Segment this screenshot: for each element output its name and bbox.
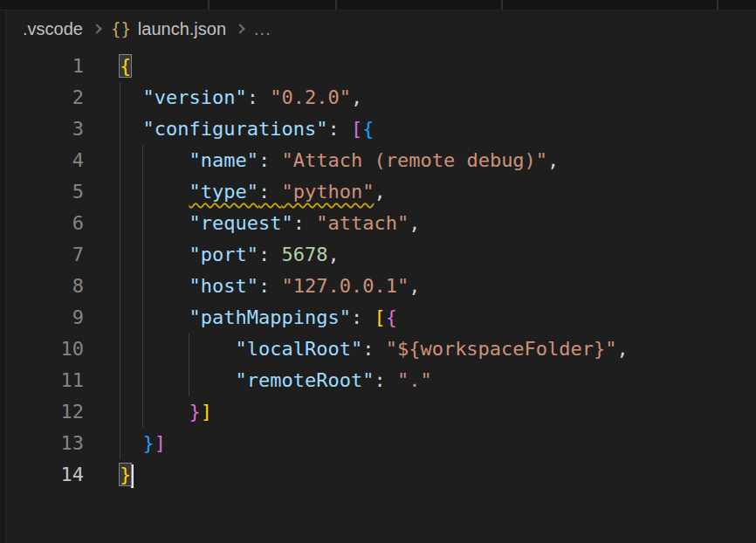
editor[interactable]: 1{2 "version": "0.2.0",3 "configurations… [0, 47, 756, 491]
chevron-right-icon [235, 24, 244, 33]
line-number[interactable]: 13 [7, 428, 84, 459]
code-area[interactable]: 1{2 "version": "0.2.0",3 "configurations… [7, 51, 756, 491]
breadcrumb-symbol[interactable]: ... [254, 19, 271, 39]
chevron-right-icon [92, 24, 101, 33]
code-line-content[interactable]: "pathMappings": [{ [84, 302, 756, 333]
code-line-content[interactable]: "configurations": [{ [84, 113, 756, 145]
indent-guide [142, 239, 143, 271]
indent-guide [120, 428, 120, 459]
code-token: , [409, 275, 420, 297]
code-line: 13 }] [7, 428, 756, 459]
line-number[interactable]: 1 [7, 51, 84, 82]
breadcrumb-file[interactable]: launch.json [138, 19, 226, 39]
indent-guide [120, 365, 120, 396]
line-number[interactable]: 14 [7, 459, 84, 491]
line-number[interactable]: 11 [7, 365, 84, 396]
code-line-content[interactable]: "name": "Attach (remote debug)", [84, 145, 756, 176]
indent-guide [189, 333, 189, 365]
code-token: "type" [189, 181, 258, 203]
code-token: : [351, 306, 375, 328]
tab-separator [501, 0, 503, 10]
code-token: : [247, 86, 271, 108]
code-token: "host" [189, 275, 258, 297]
breadcrumb: .vscode {} launch.json ... [0, 10, 756, 47]
code-token [120, 401, 189, 423]
tab-separator [335, 0, 337, 10]
code-token: "python" [281, 181, 374, 203]
line-number[interactable]: 5 [7, 176, 84, 208]
code-line: 8 "host": "127.0.0.1", [7, 271, 756, 302]
line-number[interactable]: 2 [7, 82, 84, 113]
code-line-content[interactable]: "host": "127.0.0.1", [84, 271, 756, 302]
code-line-content[interactable]: }] [84, 428, 756, 459]
code-token: "127.0.0.1" [281, 275, 409, 297]
text-cursor [131, 464, 134, 488]
code-line: 11 "remoteRoot": "." [7, 365, 756, 396]
code-token [120, 275, 189, 297]
line-number[interactable]: 7 [7, 239, 84, 271]
line-number[interactable]: 12 [7, 396, 84, 428]
indent-guide [120, 302, 120, 333]
code-line: 3 "configurations": [{ [7, 113, 756, 145]
indent-guide [142, 333, 143, 365]
window-left-edge [0, 10, 6, 543]
code-token: : [258, 275, 282, 297]
code-token: "configurations" [143, 118, 328, 140]
json-file-icon: {} [111, 19, 131, 38]
code-line-content[interactable]: "remoteRoot": "." [84, 365, 756, 396]
indent-guide [120, 113, 120, 145]
tab-bar [0, 0, 756, 10]
code-token: { [386, 306, 397, 328]
code-line-content[interactable]: "version": "0.2.0", [84, 82, 756, 113]
code-token: "remoteRoot" [235, 369, 374, 391]
line-number[interactable]: 10 [7, 333, 84, 365]
code-token: : [293, 212, 317, 234]
code-token: "attach" [316, 212, 409, 234]
code-token: , [374, 181, 385, 203]
code-line-content[interactable]: { [84, 51, 756, 82]
code-token: "request" [189, 212, 292, 234]
breadcrumb-folder[interactable]: .vscode [23, 19, 83, 39]
code-line: 9 "pathMappings": [{ [7, 302, 756, 333]
line-number[interactable]: 9 [7, 302, 84, 333]
line-number[interactable]: 6 [7, 208, 84, 239]
code-token [120, 212, 189, 234]
line-number[interactable]: 4 [7, 145, 84, 176]
code-token [120, 338, 235, 360]
code-line-content[interactable]: } [84, 459, 756, 491]
code-line-content[interactable]: "type": "python", [84, 176, 756, 208]
code-line: 10 "localRoot": "${workspaceFolder}", [7, 333, 756, 365]
code-token: : [374, 369, 397, 391]
line-number[interactable]: 3 [7, 113, 84, 145]
code-line: 4 "name": "Attach (remote debug)", [7, 145, 756, 176]
line-number[interactable]: 8 [7, 271, 84, 302]
code-token: : [258, 149, 282, 171]
code-token: "0.2.0" [270, 86, 351, 108]
code-token: "Attach (remote debug)" [281, 149, 547, 171]
indent-guide [142, 145, 143, 176]
code-token: "version" [143, 86, 247, 108]
indent-guide [189, 365, 189, 396]
code-token: "${workspaceFolder}" [386, 338, 617, 360]
code-line: 5 "type": "python", [7, 176, 756, 208]
code-token: ] [155, 432, 166, 454]
code-token: , [409, 212, 420, 234]
code-token: : [258, 181, 282, 203]
code-token: ] [201, 401, 212, 423]
code-token: } [143, 432, 155, 454]
warning-squiggle: "type": "python" [189, 181, 374, 203]
code-token: "pathMappings" [189, 306, 350, 328]
code-token: { [362, 118, 374, 140]
indent-guide [142, 176, 143, 208]
indent-guide [120, 145, 120, 176]
code-line-content[interactable]: "localRoot": "${workspaceFolder}", [84, 333, 756, 365]
code-line: 2 "version": "0.2.0", [7, 82, 756, 113]
code-token: , [547, 149, 559, 171]
code-line: 12 }] [7, 396, 756, 428]
tab-separator [208, 0, 210, 10]
indent-guide [142, 208, 143, 239]
code-token [120, 244, 189, 265]
code-line-content[interactable]: "port": 5678, [84, 239, 756, 271]
code-line-content[interactable]: }] [84, 396, 756, 428]
code-line-content[interactable]: "request": "attach", [84, 208, 756, 239]
